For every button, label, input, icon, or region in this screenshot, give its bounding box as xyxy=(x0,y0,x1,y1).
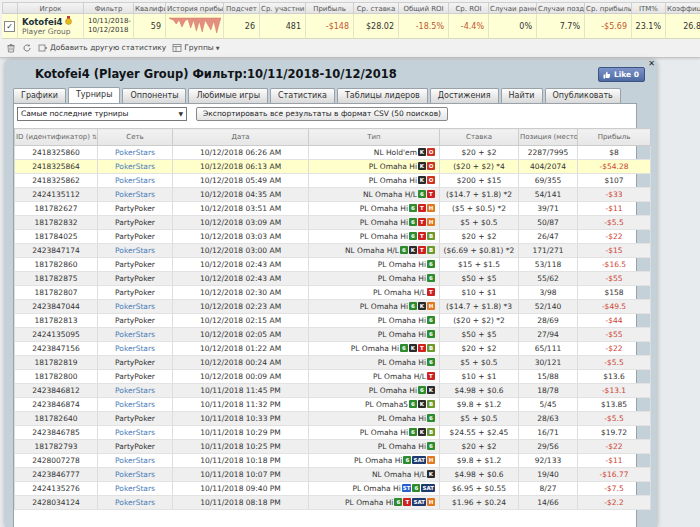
stats-value-player: Kotofei4 Player Group xyxy=(18,14,84,39)
network-link[interactable]: PokerStars xyxy=(115,484,155,493)
close-icon[interactable]: ✕ xyxy=(648,59,655,68)
cell-id: 2423846812 xyxy=(15,384,98,398)
cell-type: PL Omaha Hi6KB xyxy=(309,426,440,440)
cell-position: 171/271 xyxy=(519,244,578,258)
tab-publish[interactable]: Опубликовать xyxy=(545,88,621,103)
player-row-checkbox[interactable]: ✓ xyxy=(4,21,15,32)
type-badge-sat: SAT xyxy=(412,498,426,506)
table-row: 181782860PartyPoker10/12/2018 02:43 AMPL… xyxy=(15,258,651,272)
cell-type: PL Omaha Hi6 xyxy=(309,272,440,286)
network-link[interactable]: PartyPoker xyxy=(115,372,155,381)
cell-stake: $24.55 + $2.45 xyxy=(440,426,519,440)
cell-stake: $5 + $0.5 xyxy=(440,216,519,230)
network-link[interactable]: PokerStars xyxy=(115,302,155,311)
col-header-stake[interactable]: Ставка xyxy=(440,129,519,146)
cell-profit: $158 xyxy=(578,286,651,300)
cell-profit: -$16.77 xyxy=(578,468,651,482)
stats-value-itm: 23.1% xyxy=(632,14,666,39)
type-badge-6: 6 xyxy=(394,498,402,506)
stats-header-avg-stake: Ср. ставка xyxy=(354,2,399,14)
player-name[interactable]: Kotofei4 xyxy=(22,16,72,27)
col-header-type[interactable]: Тип xyxy=(309,129,440,146)
network-link[interactable]: PartyPoker xyxy=(115,442,155,451)
tab-tournaments[interactable]: Турниры xyxy=(68,87,121,103)
type-badge-6: 6 xyxy=(400,344,408,352)
type-badge-6: 6 xyxy=(427,414,435,422)
cell-profit: -$22 xyxy=(578,440,651,454)
network-link[interactable]: PartyPoker xyxy=(115,288,155,297)
cell-stake: ($6.69 + $0.81) *2 xyxy=(440,244,519,258)
type-badge-k: K xyxy=(418,148,426,156)
cell-network: PokerStars xyxy=(98,174,173,188)
network-link[interactable]: PokerStars xyxy=(115,176,155,185)
col-header-profit[interactable]: Прибыль xyxy=(578,129,651,146)
cell-profit: $19.72 xyxy=(578,426,651,440)
add-statistics-link[interactable]: Добавить другую статистику xyxy=(38,43,166,53)
network-link[interactable]: PartyPoker xyxy=(115,232,155,241)
stats-col-filter: Фильтр10/11/2018-10/12/2018 xyxy=(84,2,134,39)
cell-date: 10/12/2018 02:30 AM xyxy=(173,286,309,300)
network-link[interactable]: PokerStars xyxy=(115,386,155,395)
stats-header-avg-roi: Ср. ROI xyxy=(449,2,489,14)
tab-favorite-games[interactable]: Любимые игры xyxy=(188,88,268,103)
network-link[interactable]: PartyPoker xyxy=(115,316,155,325)
groups-button[interactable]: Группы ▼ xyxy=(172,43,219,53)
network-link[interactable]: PartyPoker xyxy=(115,358,155,367)
network-link[interactable]: PokerStars xyxy=(115,456,155,465)
trash-icon[interactable] xyxy=(6,43,16,53)
col-header-network[interactable]: Сеть xyxy=(98,129,173,146)
export-csv-button[interactable]: Экспортировать все результаты в формат C… xyxy=(196,107,448,121)
cell-id: 2423846777 xyxy=(15,468,98,482)
type-badge-b: B xyxy=(427,400,435,408)
cell-stake: ($14.7 + $1.8) *2 xyxy=(440,188,519,202)
type-badge-k: K xyxy=(427,386,435,394)
stats-col-avg-profit: Ср. прибыль-$5.69 xyxy=(585,2,632,39)
network-link[interactable]: PartyPoker xyxy=(115,414,155,423)
cell-position: 18/78 xyxy=(519,384,578,398)
refresh-icon[interactable] xyxy=(22,43,32,53)
table-row: 181782875PartyPoker10/12/2018 02:43 AMPL… xyxy=(15,272,651,286)
network-link[interactable]: PokerStars xyxy=(115,330,155,339)
cell-date: 10/12/2018 02:23 AM xyxy=(173,300,309,314)
type-badge-o: O xyxy=(427,148,435,156)
stats-col-qualified: Квалифи59 xyxy=(134,2,166,39)
col-header-id[interactable]: ID (идентификатор)⇅ xyxy=(15,129,98,146)
tab-achievements[interactable]: Достижения xyxy=(430,88,499,103)
cell-date: 10/12/2018 01:22 AM xyxy=(173,342,309,356)
network-link[interactable]: PokerStars xyxy=(115,428,155,437)
tournament-filter-select[interactable]: Самые последние турниры ▼ xyxy=(17,107,187,121)
facebook-like-button[interactable]: Like 0 xyxy=(598,67,645,82)
network-link[interactable]: PokerStars xyxy=(115,400,155,409)
network-link[interactable]: PokerStars xyxy=(115,344,155,353)
network-link[interactable]: PokerStars xyxy=(115,470,155,479)
network-link[interactable]: PartyPoker xyxy=(115,218,155,227)
network-link[interactable]: PokerStars xyxy=(115,498,155,507)
network-link[interactable]: PokerStars xyxy=(115,246,155,255)
cell-profit: -$11 xyxy=(578,454,651,468)
network-link[interactable]: PartyPoker xyxy=(115,204,155,213)
cell-profit: -$5.5 xyxy=(578,412,651,426)
network-link[interactable]: PokerStars xyxy=(115,162,155,171)
cell-date: 10/12/2018 06:26 AM xyxy=(173,146,309,160)
cell-type: NL Omaha H/L6T xyxy=(309,188,440,202)
tab-graphs[interactable]: Графики xyxy=(13,88,66,103)
tab-opponents[interactable]: Оппоненты xyxy=(122,88,186,103)
col-header-position[interactable]: Позиция (место) xyxy=(519,129,578,146)
table-row: 2423846874PokerStars10/11/2018 11:32 PMP… xyxy=(15,398,651,412)
network-link[interactable]: PokerStars xyxy=(115,190,155,199)
cell-profit: $13.6 xyxy=(578,370,651,384)
stats-value-total-roi: -18.5% xyxy=(399,14,449,39)
network-link[interactable]: PartyPoker xyxy=(115,260,155,269)
network-link[interactable]: PartyPoker xyxy=(115,274,155,283)
network-link[interactable]: PokerStars xyxy=(115,148,155,157)
cell-date: 10/11/2018 10:33 PM xyxy=(173,412,309,426)
cell-stake: $9.8 + $1.2 xyxy=(440,398,519,412)
col-header-date[interactable]: Дата xyxy=(173,129,309,146)
tab-leaderboards[interactable]: Таблицы лидеров xyxy=(337,88,428,103)
cell-type: PL Omaha Hi6TB xyxy=(309,230,440,244)
stats-value-early-finishes: 0% xyxy=(489,14,537,39)
type-badge-k: K xyxy=(409,246,417,254)
cell-stake: $20 + $2 xyxy=(440,230,519,244)
tab-find[interactable]: Найти xyxy=(501,88,543,103)
tab-statistics[interactable]: Статистика xyxy=(270,88,335,103)
